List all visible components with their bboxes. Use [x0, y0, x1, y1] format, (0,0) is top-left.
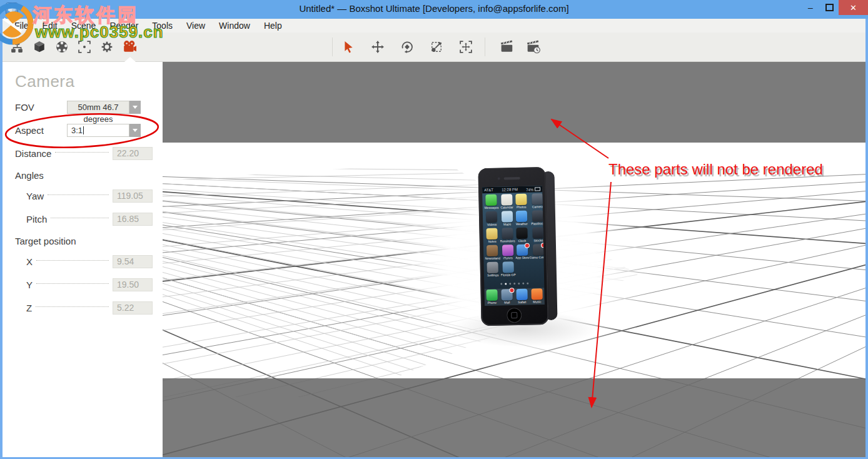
app-icon: Newsstand [485, 245, 500, 262]
notification-badge [509, 288, 514, 293]
dotted-leader [36, 260, 109, 261]
menu-help[interactable]: Help [257, 19, 289, 33]
maximize-button[interactable] [820, 0, 839, 15]
menu-view[interactable]: View [179, 19, 212, 33]
dotted-leader [36, 283, 109, 284]
non-rendered-band-bottom [163, 378, 865, 459]
battery-label: 74% [526, 187, 540, 191]
app-icon: Photos [514, 194, 528, 210]
fov-value[interactable]: 50mm 46.7 degrees [67, 101, 129, 114]
yaw-field[interactable]: 119.05 [113, 189, 153, 203]
shapes-cube-icon[interactable] [33, 40, 46, 54]
dock: PhoneMailSafariMusic [484, 288, 545, 306]
render-queue-clapper-clock-icon[interactable] [527, 40, 540, 54]
text-caret [83, 126, 84, 134]
frame-object-icon[interactable] [459, 40, 473, 54]
fov-dropdown-button[interactable] [129, 101, 141, 114]
app-icon: Reminders [500, 228, 515, 245]
dotted-leader [51, 217, 109, 218]
menu-tools[interactable]: Tools [145, 19, 179, 33]
fov-label: FOV [15, 102, 67, 113]
toolbar-separator [485, 38, 485, 56]
menu-file[interactable]: File [8, 19, 36, 33]
app-icon: Calendar [499, 194, 515, 211]
app-icon: Phone [486, 289, 498, 305]
menu-edit[interactable]: Edit [36, 19, 64, 33]
page-dots [484, 275, 544, 288]
pitch-label: Pitch [26, 214, 47, 224]
window-title: Untitled* — Boxshot Ultimate [Developers… [0, 3, 868, 14]
aspect-input-combo[interactable]: 3:1 [67, 124, 141, 137]
scale-tool-icon[interactable] [430, 40, 443, 54]
maximize-icon [825, 4, 834, 11]
chevron-down-icon [133, 106, 138, 109]
yaw-label: Yaw [26, 191, 44, 201]
x-field[interactable]: 9.54 [113, 255, 153, 268]
settings-gear-icon[interactable] [100, 40, 114, 54]
app-icon-grid: MessagesCalendarPhotosCameraVideosMapsWe… [482, 192, 544, 278]
menubar: FileEditSceneRenderToolsViewWindowHelp [0, 19, 868, 33]
phone-model[interactable]: AT&T 12:28 PM 74% MessagesCalendarPhotos… [478, 167, 557, 326]
y-field[interactable]: 19.50 [113, 278, 153, 291]
clock-label: 12:28 PM [502, 188, 518, 192]
app-icon: iTunes [500, 245, 516, 261]
front-camera-dot [498, 178, 500, 180]
aspect-label: Aspect [15, 125, 67, 136]
earpiece [504, 177, 520, 180]
distance-label: Distance [15, 148, 51, 159]
angles-header: Angles [15, 170, 44, 181]
render-clapper-icon[interactable] [500, 40, 514, 54]
app-icon: Passbook [528, 210, 545, 227]
app-icon: Videos [484, 211, 500, 228]
aspect-input[interactable]: 3:1 [67, 124, 129, 137]
dotted-leader [55, 151, 109, 153]
rotate-tool-icon[interactable] [400, 40, 414, 54]
focus-target-icon[interactable] [78, 40, 91, 54]
x-label: X [26, 256, 33, 267]
chevron-down-icon [133, 129, 138, 132]
dotted-leader [48, 194, 109, 195]
panel-caret-notch [124, 57, 136, 62]
app-icon: Messages [483, 194, 499, 211]
materials-sphere-icon[interactable] [55, 40, 69, 54]
app-icon: App Store [515, 245, 530, 261]
close-button[interactable]: ✕ [839, 0, 868, 15]
fov-dropdown[interactable]: 50mm 46.7 degrees [67, 101, 141, 114]
distance-field[interactable]: 22.20 [113, 147, 153, 160]
pitch-field[interactable]: 16.85 [113, 213, 153, 226]
menu-window[interactable]: Window [212, 19, 257, 33]
z-label: Z [26, 303, 32, 313]
target-position-header: Target position [15, 236, 76, 246]
camera-panel: Camera FOV 50mm 46.7 degrees Aspect 3:1 … [3, 62, 163, 459]
home-button [507, 308, 522, 323]
y-label: Y [26, 280, 33, 290]
z-field[interactable]: 5.22 [113, 301, 153, 315]
dotted-leader [36, 306, 109, 307]
app-icon: Maps [500, 211, 515, 228]
app-icon: Mail [501, 289, 513, 305]
app-icon: Camera [528, 193, 545, 210]
app-icon: Safari [516, 288, 528, 305]
carrier-label: AT&T [484, 188, 493, 192]
move-tool-icon[interactable] [371, 40, 385, 54]
scene-tree-icon[interactable] [10, 40, 24, 54]
aspect-dropdown-button[interactable] [129, 124, 141, 137]
app-icon: Stocks [529, 227, 545, 244]
minimize-button[interactable]: – [801, 0, 820, 15]
menu-render[interactable]: Render [103, 19, 145, 33]
notification-badge [541, 243, 545, 248]
menubar-items: FileEditSceneRenderToolsViewWindowHelp [8, 19, 289, 33]
panel-title: Camera [15, 72, 74, 91]
toolbar-separator [332, 38, 333, 56]
menu-scene[interactable]: Scene [64, 19, 103, 33]
non-rendered-band-top [163, 62, 865, 143]
select-cursor-icon[interactable] [341, 40, 355, 54]
titlebar[interactable]: Untitled* — Boxshot Ultimate [Developers… [0, 0, 868, 19]
phone-front: AT&T 12:28 PM 74% MessagesCalendarPhotos… [478, 167, 548, 326]
viewport-3d[interactable]: AT&T 12:28 PM 74% MessagesCalendarPhotos… [163, 62, 865, 459]
app-icon: Weather [515, 211, 529, 227]
app-icon: Game Center [529, 244, 545, 261]
phone-screen: AT&T 12:28 PM 74% MessagesCalendarPhotos… [482, 186, 545, 306]
camera-video-icon[interactable] [123, 40, 136, 54]
app-icon: Notes [484, 228, 500, 245]
